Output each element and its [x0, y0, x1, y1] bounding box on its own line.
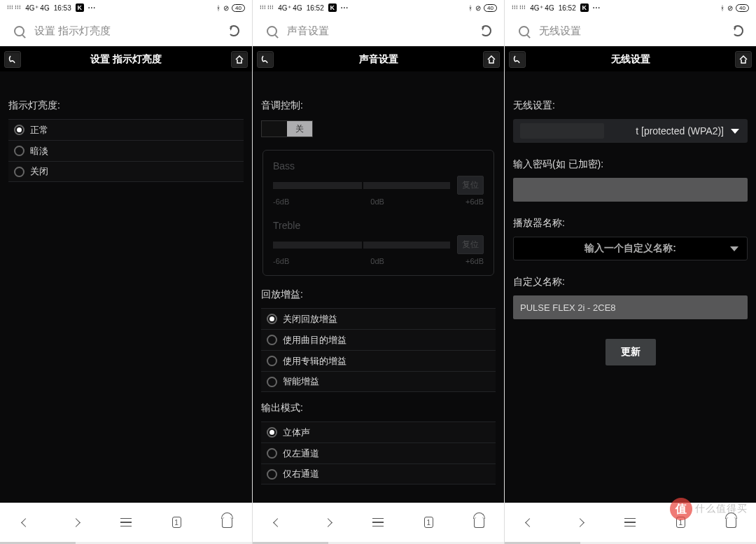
back-button[interactable] — [4, 51, 21, 68]
reload-icon[interactable] — [732, 25, 743, 36]
gain-option[interactable]: 关闭回放增益 — [261, 308, 496, 329]
nav-back[interactable] — [18, 515, 33, 530]
radio-icon — [267, 427, 277, 438]
more-icon: ··· — [88, 4, 96, 12]
app-body: 音调控制: 关 Bass 复位 -6dB0dB+6dB Treble — [253, 71, 504, 503]
app-header: 无线设置 — [505, 48, 756, 71]
section-label-brightness: 指示灯亮度: — [8, 99, 244, 112]
browser-address-bar[interactable]: 声音设置 — [253, 15, 504, 48]
phone-screen-3: ⁞⁞⁞ ⁞⁞⁞ 4G⁺ 4G 16:52 K ··· ᚼ ⊘ 40 无线设置 无… — [504, 0, 756, 544]
browser-address-bar[interactable]: 无线设置 — [505, 15, 756, 48]
clock: 16:52 — [307, 4, 324, 12]
nav-menu[interactable] — [118, 515, 134, 530]
nav-forward[interactable] — [573, 515, 588, 530]
nav-tabs[interactable]: 1 — [169, 515, 184, 530]
watermark-text: 什么值得买 — [695, 503, 748, 515]
brightness-options: 正常 暗淡 关闭 — [8, 119, 244, 182]
nav-back[interactable] — [270, 515, 286, 530]
nav-home[interactable] — [219, 515, 234, 530]
signal-icon: ⁞⁞⁞ ⁞⁞⁞ — [512, 5, 526, 11]
app-header: 设置 指示灯亮度 — [0, 48, 252, 71]
option-off[interactable]: 关闭 — [8, 161, 244, 182]
gain-option[interactable]: 使用专辑的增益 — [261, 350, 496, 371]
reload-icon[interactable] — [480, 25, 491, 36]
bass-slider[interactable] — [273, 182, 450, 189]
player-name-dropdown[interactable]: 输入一个自定义名称: — [513, 237, 748, 260]
option-label: 使用曲目的增益 — [283, 334, 346, 347]
address-text: 设置 指示灯亮度 — [34, 25, 218, 38]
home-button[interactable] — [231, 51, 248, 68]
network-dropdown[interactable]: t [protected (WPA2)] — [513, 119, 748, 143]
status-bar: ⁞⁞⁞ ⁞⁞⁞ 4G⁺ 4G 16:52 K ··· ᚼ ⊘ 40 — [505, 0, 756, 15]
chevron-down-icon — [730, 246, 738, 251]
option-label: 关闭回放增益 — [283, 313, 337, 326]
output-option[interactable]: 立体声 — [261, 421, 496, 442]
option-label: 正常 — [30, 124, 48, 137]
update-button[interactable]: 更新 — [606, 339, 656, 365]
nav-forward[interactable] — [321, 515, 336, 530]
radio-icon — [267, 448, 277, 459]
chevron-down-icon — [731, 129, 739, 134]
radio-icon — [14, 146, 24, 156]
treble-reset-button[interactable]: 复位 — [457, 235, 484, 254]
network-type: 4G⁺ 4G — [530, 4, 554, 12]
more-icon: ··· — [341, 4, 349, 12]
bass-reset-button[interactable]: 复位 — [457, 176, 484, 195]
section-label-output: 输出模式: — [261, 402, 496, 414]
section-label-password: 输入密码(如 已加密): — [513, 158, 748, 171]
output-option[interactable]: 仅右通道 — [261, 463, 496, 484]
radio-icon — [267, 356, 277, 366]
network-type: 4G⁺ 4G — [278, 4, 302, 12]
radio-icon — [14, 125, 24, 135]
option-normal[interactable]: 正常 — [8, 119, 244, 140]
password-input[interactable] — [513, 178, 748, 202]
tick-mid: 0dB — [370, 257, 384, 265]
gain-option[interactable]: 使用曲目的增益 — [261, 329, 496, 350]
option-dim[interactable]: 暗淡 — [8, 140, 244, 161]
treble-slider[interactable] — [273, 242, 450, 249]
section-label-wifi: 无线设置: — [513, 99, 748, 112]
back-button[interactable] — [509, 51, 526, 68]
nav-forward[interactable] — [68, 515, 83, 530]
eq-panel: Bass 复位 -6dB0dB+6dB Treble 复位 -6dB0dB+6d… — [262, 150, 494, 276]
home-button[interactable] — [483, 51, 500, 68]
radio-icon — [267, 377, 277, 387]
clock: 16:53 — [54, 4, 71, 12]
home-button[interactable] — [735, 51, 752, 68]
page-title: 无线设置 — [526, 53, 735, 66]
custom-name-input[interactable]: PULSE FLEX 2i - 2CE8 — [513, 295, 748, 319]
nav-home[interactable] — [471, 515, 486, 530]
redacted-ssid — [520, 123, 604, 139]
section-label-tone: 音调控制: — [261, 99, 496, 112]
clock: 16:52 — [559, 4, 576, 12]
dnd-icon: ⊘ — [475, 4, 481, 12]
tone-toggle[interactable]: 关 — [261, 120, 313, 137]
nav-menu[interactable] — [622, 515, 638, 530]
page-title: 设置 指示灯亮度 — [21, 53, 231, 66]
k-badge-icon: K — [580, 4, 589, 12]
radio-icon — [267, 469, 277, 480]
address-text: 声音设置 — [287, 25, 470, 38]
nav-tabs[interactable]: 1 — [421, 515, 436, 530]
nav-menu[interactable] — [370, 515, 386, 530]
bluetooth-icon: ᚼ — [720, 4, 724, 12]
output-option[interactable]: 仅左通道 — [261, 442, 496, 463]
nav-back[interactable] — [522, 515, 538, 530]
option-label: 立体声 — [283, 426, 310, 439]
toggle-on-side — [262, 121, 287, 137]
browser-address-bar[interactable]: 设置 指示灯亮度 — [0, 15, 252, 48]
option-label: 智能增益 — [283, 375, 319, 388]
gain-option[interactable]: 智能增益 — [261, 371, 496, 392]
dnd-icon: ⊘ — [223, 4, 229, 12]
section-label-custom: 自定义名称: — [513, 276, 748, 288]
status-bar: ⁞⁞⁞ ⁞⁞⁞ 4G⁺ 4G 16:52 K ··· ᚼ ⊘ 40 — [253, 0, 504, 15]
reload-icon[interactable] — [228, 25, 239, 36]
tick-max: +6dB — [465, 257, 484, 265]
custom-name-value: PULSE FLEX 2i - 2CE8 — [520, 302, 616, 313]
back-button[interactable] — [257, 51, 274, 68]
tick-max: +6dB — [465, 197, 484, 206]
search-icon — [14, 26, 24, 36]
browser-nav: 1 — [0, 503, 252, 542]
player-placeholder: 输入一个自定义名称: — [522, 242, 738, 255]
tick-min: -6dB — [273, 197, 289, 206]
